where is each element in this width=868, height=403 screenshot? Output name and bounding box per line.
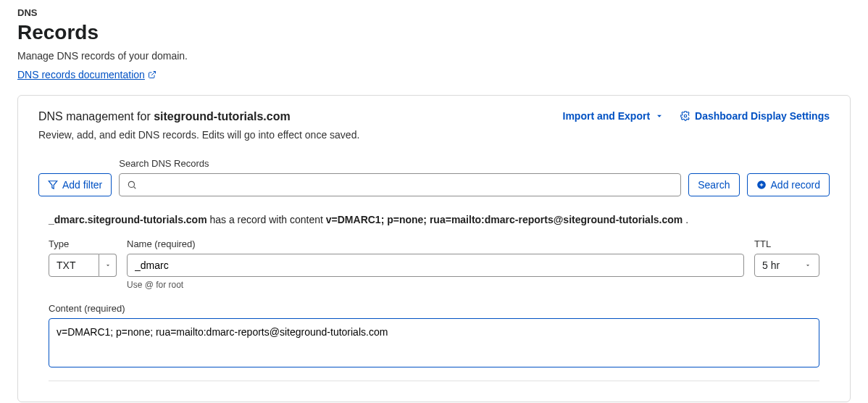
ttl-select-value: 5 hr [762,259,780,271]
record-preview-content: v=DMARC1; p=none; rua=mailto:dmarc-repor… [326,214,683,225]
type-select[interactable]: TXT [49,254,117,277]
search-icon [127,180,137,190]
external-link-icon [148,70,157,79]
gear-icon [680,111,690,121]
card-title-prefix: DNS management for [38,110,154,122]
svg-marker-2 [49,181,57,189]
svg-point-1 [684,115,687,117]
dashboard-settings-label: Dashboard Display Settings [695,110,830,122]
record-preview: _dmarc.siteground-tutorials.com has a re… [49,214,819,225]
add-filter-label: Add filter [62,179,102,191]
record-preview-mid: has a record with content [207,214,326,225]
dashboard-settings-link[interactable]: Dashboard Display Settings [680,110,830,122]
filter-icon [48,180,58,190]
type-select-value: TXT [49,254,99,277]
card-title-domain: siteground-tutorials.com [154,110,290,122]
search-button-label: Search [698,179,730,191]
search-label: Search DNS Records [119,158,681,169]
page-description: Manage DNS records of your domain. [17,50,851,62]
search-input[interactable] [143,174,673,196]
content-textarea[interactable] [49,318,819,367]
card-subtitle: Review, add, and edit DNS records. Edits… [38,129,359,141]
svg-line-4 [134,187,136,189]
card-title: DNS management for siteground-tutorials.… [38,110,359,123]
dns-management-card: DNS management for siteground-tutorials.… [17,95,851,402]
ttl-select[interactable]: 5 hr [754,254,819,277]
svg-line-0 [151,72,156,76]
caret-down-icon [104,262,112,269]
content-label: Content (required) [49,303,819,314]
record-preview-name: _dmarc.siteground-tutorials.com [49,214,207,225]
page-title: Records [17,21,851,44]
caret-down-icon [654,111,664,121]
type-label: Type [49,238,117,249]
caret-down-icon [804,262,811,269]
docs-link-label: DNS records documentation [17,69,145,80]
docs-link[interactable]: DNS records documentation [17,69,157,80]
breadcrumb: DNS [17,7,851,18]
search-button[interactable]: Search [688,173,739,196]
plus-circle-icon [756,180,767,190]
name-hint: Use @ for root [127,280,744,290]
add-filter-button[interactable]: Add filter [38,173,112,196]
add-record-label: Add record [771,179,820,191]
svg-point-3 [129,181,135,187]
name-input[interactable] [127,254,744,277]
name-label: Name (required) [127,238,744,249]
record-editor: _dmarc.siteground-tutorials.com has a re… [38,196,830,381]
search-box[interactable] [119,173,681,196]
import-export-dropdown[interactable]: Import and Export [563,110,665,122]
ttl-label: TTL [754,238,819,249]
divider [49,381,819,381]
type-select-caret [99,254,117,277]
import-export-label: Import and Export [563,110,651,122]
add-record-button[interactable]: Add record [747,173,830,196]
record-preview-trail: . [683,214,688,225]
